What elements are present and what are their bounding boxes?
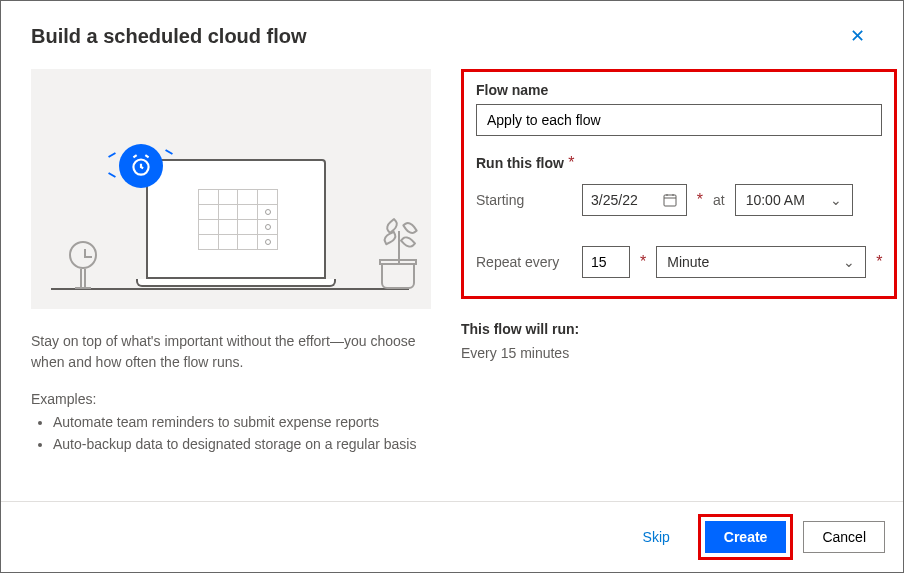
starting-label: Starting bbox=[476, 192, 572, 208]
create-button[interactable]: Create bbox=[705, 521, 787, 553]
dialog-content: Stay on top of what's important without … bbox=[1, 59, 903, 501]
flow-name-input[interactable] bbox=[476, 104, 882, 136]
calendar-icon bbox=[662, 192, 678, 208]
svg-rect-1 bbox=[664, 195, 676, 206]
cancel-button[interactable]: Cancel bbox=[803, 521, 885, 553]
dialog-header: Build a scheduled cloud flow ✕ bbox=[1, 1, 903, 59]
start-date-value: 3/25/22 bbox=[591, 192, 638, 208]
repeat-interval-input[interactable] bbox=[582, 246, 630, 278]
chevron-down-icon: ⌄ bbox=[843, 254, 855, 270]
example-item: Automate team reminders to submit expens… bbox=[53, 411, 431, 433]
alarm-clock-icon bbox=[119, 144, 163, 188]
run-flow-label: Run this flow bbox=[476, 155, 564, 171]
config-highlight-box: Flow name Run this flow * Starting 3/25/… bbox=[461, 69, 897, 299]
flow-name-label: Flow name bbox=[476, 82, 882, 98]
dialog-footer: Skip Create Cancel bbox=[1, 501, 903, 572]
summary-text: Every 15 minutes bbox=[461, 345, 897, 361]
close-button[interactable]: ✕ bbox=[842, 21, 873, 51]
examples-label: Examples: bbox=[31, 391, 431, 407]
create-highlight-box: Create bbox=[698, 514, 794, 560]
dialog-title: Build a scheduled cloud flow bbox=[31, 25, 307, 48]
scheduled-flow-dialog: Build a scheduled cloud flow ✕ bbox=[1, 1, 903, 572]
start-date-picker[interactable]: 3/25/22 bbox=[582, 184, 687, 216]
at-label: at bbox=[713, 192, 725, 208]
clock-icon bbox=[69, 241, 97, 289]
description-text: Stay on top of what's important without … bbox=[31, 331, 431, 373]
repeat-unit-select[interactable]: Minute ⌄ bbox=[656, 246, 866, 278]
start-time-select[interactable]: 10:00 AM ⌄ bbox=[735, 184, 853, 216]
close-icon: ✕ bbox=[850, 26, 865, 46]
examples-list: Automate team reminders to submit expens… bbox=[31, 411, 431, 456]
illustration bbox=[31, 69, 431, 309]
summary-title: This flow will run: bbox=[461, 321, 897, 337]
skip-button[interactable]: Skip bbox=[625, 521, 688, 553]
repeat-unit-value: Minute bbox=[667, 254, 709, 270]
start-time-value: 10:00 AM bbox=[746, 192, 805, 208]
plant-icon bbox=[373, 219, 423, 289]
chevron-down-icon: ⌄ bbox=[830, 192, 842, 208]
laptop-icon bbox=[136, 159, 336, 289]
example-item: Auto-backup data to designated storage o… bbox=[53, 433, 431, 455]
repeat-label: Repeat every bbox=[476, 254, 572, 270]
